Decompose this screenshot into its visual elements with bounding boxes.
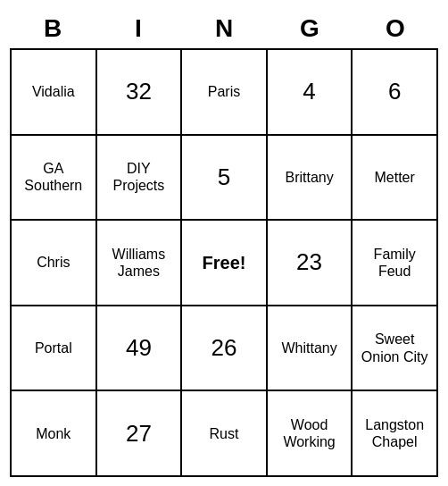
bingo-card: BINGO Vidalia32Paris46GA SouthernDIY Pro… <box>10 9 438 477</box>
bingo-row-3: Portal4926WhittanySweet Onion City <box>12 306 438 392</box>
header-letter-b: B <box>10 9 95 48</box>
header-letter-n: N <box>181 9 267 48</box>
bingo-cell-4-2: Rust <box>182 391 268 477</box>
bingo-cell-4-1: 27 <box>97 391 183 477</box>
bingo-cell-1-4: Metter <box>353 136 438 222</box>
bingo-cell-0-3: 4 <box>268 50 353 136</box>
bingo-row-0: Vidalia32Paris46 <box>12 50 438 136</box>
header-letter-i: I <box>95 9 181 48</box>
bingo-cell-3-3: Whittany <box>268 306 353 392</box>
bingo-cell-4-4: Langston Chapel <box>353 391 438 477</box>
bingo-grid: Vidalia32Paris46GA SouthernDIY Projects5… <box>10 48 438 477</box>
bingo-cell-2-1: Williams James <box>97 221 183 306</box>
bingo-cell-0-1: 32 <box>97 50 183 136</box>
bingo-cell-2-4: Family Feud <box>353 221 438 306</box>
bingo-cell-1-0: GA Southern <box>12 136 97 222</box>
header-letter-o: O <box>353 9 438 48</box>
bingo-cell-4-0: Monk <box>12 391 97 477</box>
bingo-row-1: GA SouthernDIY Projects5BrittanyMetter <box>12 136 438 222</box>
bingo-cell-2-0: Chris <box>12 221 97 306</box>
bingo-cell-3-4: Sweet Onion City <box>353 306 438 392</box>
bingo-cell-1-1: DIY Projects <box>97 136 183 222</box>
bingo-cell-0-4: 6 <box>353 50 438 136</box>
bingo-cell-3-1: 49 <box>97 306 183 392</box>
bingo-cell-3-2: 26 <box>182 306 268 392</box>
header-letter-g: G <box>267 9 353 48</box>
bingo-cell-0-2: Paris <box>182 50 268 136</box>
bingo-cell-2-2: Free! <box>182 221 268 306</box>
bingo-cell-3-0: Portal <box>12 306 97 392</box>
bingo-cell-1-2: 5 <box>182 136 268 222</box>
bingo-row-2: ChrisWilliams JamesFree!23Family Feud <box>12 221 438 306</box>
bingo-header: BINGO <box>10 9 438 48</box>
bingo-cell-0-0: Vidalia <box>12 50 97 136</box>
bingo-cell-2-3: 23 <box>268 221 353 306</box>
bingo-row-4: Monk27RustWood WorkingLangston Chapel <box>12 391 438 477</box>
bingo-cell-4-3: Wood Working <box>268 391 353 477</box>
bingo-cell-1-3: Brittany <box>268 136 353 222</box>
